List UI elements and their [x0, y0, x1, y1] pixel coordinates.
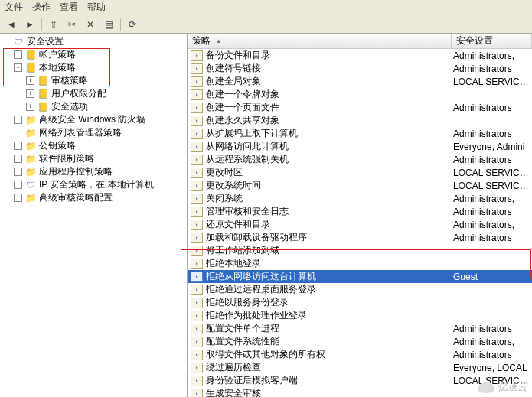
list-row[interactable]: •还原文件和目录Administrators,: [188, 218, 532, 231]
policy-name: 创建一个令牌对象: [206, 88, 279, 101]
menubar: 文件 操作 查看 帮助: [0, 0, 532, 15]
tree-item[interactable]: +📁应用程序控制策略: [2, 165, 187, 178]
policy-name: 创建全局对象: [206, 75, 261, 88]
back-icon[interactable]: ◄: [3, 17, 20, 32]
list-row[interactable]: •从扩展坞上取下计算机Administrators: [188, 127, 532, 140]
policy-name: 将工作站添加到域: [206, 244, 279, 257]
tree-item[interactable]: +📁高级审核策略配置: [2, 191, 187, 204]
menu-item[interactable]: 查看: [60, 1, 78, 14]
policy-name: 更改时区: [206, 166, 243, 179]
policy-setting: Administrators,: [452, 194, 532, 204]
menu-item[interactable]: 文件: [5, 1, 23, 14]
policy-name: 取得文件或其他对象的所有权: [206, 348, 325, 361]
expand-icon[interactable]: +: [14, 194, 22, 202]
list-row[interactable]: •取得文件或其他对象的所有权Administrators: [188, 348, 532, 361]
tree-item[interactable]: +📒用户权限分配: [2, 87, 187, 100]
properties-icon[interactable]: ▤: [100, 17, 117, 32]
list-row[interactable]: •管理审核和安全日志Administrators: [188, 205, 532, 218]
folder-icon: 📁: [24, 140, 37, 152]
list-row[interactable]: •从远程系统强制关机Administrators: [188, 153, 532, 166]
list-row[interactable]: •加载和卸载设备驱动程序Administrators: [188, 231, 532, 244]
list-header: 策略 ▲ 安全设置: [188, 34, 532, 49]
list-row[interactable]: •身份验证后模拟客户端LOCAL SERVICE, N: [188, 374, 532, 387]
list-row[interactable]: •将工作站添加到域: [188, 244, 532, 257]
list-row[interactable]: •配置文件单个进程Administrators: [188, 322, 532, 335]
tree-item[interactable]: +📒审核策略: [2, 74, 187, 87]
policy-icon: •: [191, 363, 203, 373]
policy-name: 加载和卸载设备驱动程序: [206, 231, 307, 244]
policy-name: 从远程系统强制关机: [206, 153, 289, 166]
list-row[interactable]: •创建符号链接Administrators: [188, 62, 532, 75]
tree-item[interactable]: +📁软件限制策略: [2, 152, 187, 165]
tree-item[interactable]: 📁网络列表管理器策略: [2, 126, 187, 139]
expand-icon[interactable]: +: [14, 142, 22, 150]
tree-item[interactable]: -📒本地策略: [2, 61, 187, 74]
tree-item[interactable]: +📁高级安全 Windows 防火墙: [2, 113, 187, 126]
list-row[interactable]: •拒绝本地登录: [188, 257, 532, 270]
list-row[interactable]: •更改时区LOCAL SERVICE, A: [188, 166, 532, 179]
policy-name: 拒绝通过远程桌面服务登录: [206, 283, 316, 296]
refresh-icon[interactable]: ⟳: [124, 17, 141, 32]
list-row[interactable]: •配置文件系统性能Administrators,: [188, 335, 532, 348]
expand-icon[interactable]: +: [14, 181, 22, 189]
tree-item-label: 本地策略: [39, 61, 76, 74]
list-row[interactable]: •创建一个令牌对象: [188, 88, 532, 101]
policy-icon: •: [191, 311, 203, 321]
policy-setting: Administrators: [452, 155, 532, 165]
expand-icon[interactable]: +: [14, 50, 22, 59]
list-row[interactable]: •创建永久共享对象: [188, 114, 532, 127]
tree-item[interactable]: +📒帐户策略: [2, 48, 187, 61]
list-pane: 策略 ▲ 安全设置 •备份文件和目录Administrators,•创建符号链接…: [188, 34, 532, 397]
expand-icon[interactable]: +: [14, 116, 22, 124]
policy-name: 从网络访问此计算机: [206, 140, 289, 153]
policy-setting: LOCAL SERVICE, N: [452, 76, 532, 87]
delete-icon[interactable]: ✕: [82, 17, 99, 32]
policy-name: 生成安全审核: [206, 387, 261, 397]
policy-setting: Administrators: [452, 233, 532, 243]
expand-icon[interactable]: +: [26, 76, 34, 85]
list-row[interactable]: •拒绝作为批处理作业登录: [188, 309, 532, 322]
policy-icon: •: [191, 337, 203, 347]
expand-icon[interactable]: +: [14, 155, 22, 163]
list-row[interactable]: •绕过遍历检查Everyone, LOCAL: [188, 361, 532, 374]
list-row[interactable]: •生成安全审核: [188, 387, 532, 397]
policy-setting: Administrators: [452, 324, 532, 334]
policy-setting: Administrators: [452, 103, 532, 113]
list-row[interactable]: •拒绝以服务身份登录: [188, 296, 532, 309]
tree-item-label: 高级安全 Windows 防火墙: [39, 113, 145, 126]
list-row[interactable]: •从网络访问此计算机Everyone, Admini: [188, 140, 532, 153]
book-icon: 📒: [37, 101, 49, 113]
list-row[interactable]: •创建全局对象LOCAL SERVICE, N: [188, 75, 532, 88]
policy-setting: Administrators: [452, 207, 532, 217]
policy-name: 创建一个页面文件: [206, 101, 279, 114]
menu-item[interactable]: 操作: [32, 1, 51, 14]
list-row[interactable]: •拒绝通过远程桌面服务登录: [188, 283, 532, 296]
collapse-icon[interactable]: -: [14, 63, 22, 72]
policy-icon: •: [191, 116, 203, 126]
list-row[interactable]: •备份文件和目录Administrators,: [188, 49, 532, 62]
expand-icon[interactable]: +: [26, 103, 34, 111]
menu-item[interactable]: 帮助: [87, 1, 106, 14]
policy-setting: Everyone, Admini: [452, 142, 532, 152]
policy-setting: LOCAL SERVICE, N: [452, 376, 532, 386]
column-setting[interactable]: 安全设置: [452, 34, 532, 48]
tree-item[interactable]: +📒安全选项: [2, 100, 187, 113]
list-row[interactable]: •创建一个页面文件Administrators: [188, 101, 532, 114]
column-policy[interactable]: 策略 ▲: [188, 34, 452, 48]
expand-icon[interactable]: +: [26, 89, 34, 98]
cut-icon[interactable]: ✂: [64, 17, 80, 32]
expand-icon[interactable]: +: [14, 168, 22, 176]
tree-item[interactable]: +🛡IP 安全策略，在 本地计算机: [2, 178, 187, 191]
list-row[interactable]: •更改系统时间LOCAL SERVICE, A: [188, 179, 532, 192]
policy-setting: Administrators,: [452, 50, 532, 61]
list-row[interactable]: •关闭系统Administrators,: [188, 192, 532, 205]
tree-item-label: 安全设置: [27, 35, 64, 48]
shield-icon: 🛡: [24, 179, 37, 191]
policy-name: 配置文件单个进程: [206, 322, 279, 335]
tree-item-label: 用户权限分配: [51, 87, 106, 100]
list-row[interactable]: •拒绝从网络访问这台计算机Guest: [188, 270, 532, 283]
up-icon[interactable]: ⇧: [45, 17, 62, 32]
forward-icon[interactable]: ►: [21, 17, 38, 32]
tree-item[interactable]: 🛡安全设置: [2, 35, 187, 48]
tree-item[interactable]: +📁公钥策略: [2, 139, 187, 152]
